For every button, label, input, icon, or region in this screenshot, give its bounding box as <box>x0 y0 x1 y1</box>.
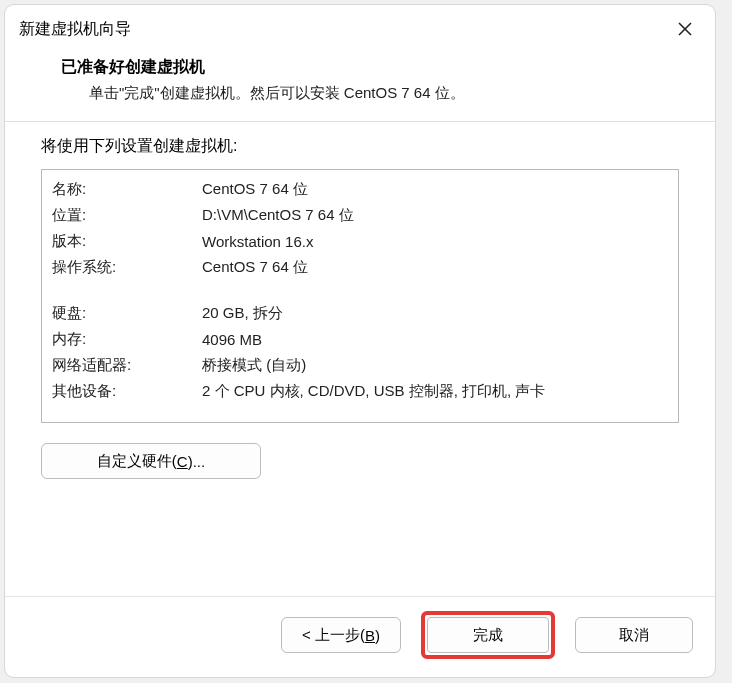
setting-key: 位置: <box>52 206 202 225</box>
settings-summary-box: 名称: CentOS 7 64 位 位置: D:\VM\CentOS 7 64 … <box>41 169 679 423</box>
setting-val: CentOS 7 64 位 <box>202 180 668 199</box>
wizard-footer: < 上一步(B) 完成 取消 <box>5 596 715 677</box>
setting-row-version: 版本: Workstation 16.x <box>52 228 668 254</box>
setting-row-location: 位置: D:\VM\CentOS 7 64 位 <box>52 202 668 228</box>
back-button[interactable]: < 上一步(B) <box>281 617 401 653</box>
wizard-body: 将使用下列设置创建虚拟机: 名称: CentOS 7 64 位 位置: D:\V… <box>5 122 715 596</box>
close-button[interactable] <box>671 15 699 43</box>
setting-row-memory: 内存: 4096 MB <box>52 326 668 352</box>
button-label-post: )... <box>188 453 206 470</box>
setting-key: 内存: <box>52 330 202 349</box>
setting-gap <box>52 280 668 300</box>
finish-button-highlight: 完成 <box>421 611 555 659</box>
setting-val: CentOS 7 64 位 <box>202 258 668 277</box>
setting-val: Workstation 16.x <box>202 233 668 250</box>
setting-row-network: 网络适配器: 桥接模式 (自动) <box>52 352 668 378</box>
setting-val: 4096 MB <box>202 331 668 348</box>
close-icon <box>677 21 693 37</box>
wizard-header: 已准备好创建虚拟机 单击"完成"创建虚拟机。然后可以安装 CentOS 7 64… <box>5 49 715 122</box>
setting-key: 其他设备: <box>52 382 202 401</box>
setting-key: 操作系统: <box>52 258 202 277</box>
customize-row: 自定义硬件(C)... <box>41 443 679 479</box>
setting-row-name: 名称: CentOS 7 64 位 <box>52 176 668 202</box>
button-accel: B <box>365 627 375 644</box>
button-label-post: ) <box>375 627 380 644</box>
button-label-pre: < 上一步( <box>302 626 365 645</box>
finish-button[interactable]: 完成 <box>427 617 549 653</box>
window-title: 新建虚拟机向导 <box>19 19 131 40</box>
new-vm-wizard-dialog: 新建虚拟机向导 已准备好创建虚拟机 单击"完成"创建虚拟机。然后可以安装 Cen… <box>4 4 716 678</box>
setting-row-other: 其他设备: 2 个 CPU 内核, CD/DVD, USB 控制器, 打印机, … <box>52 378 668 404</box>
setting-val: 20 GB, 拆分 <box>202 304 668 323</box>
setting-val: 桥接模式 (自动) <box>202 356 668 375</box>
settings-intro: 将使用下列设置创建虚拟机: <box>41 136 679 157</box>
wizard-subtitle: 单击"完成"创建虚拟机。然后可以安装 CentOS 7 64 位。 <box>61 84 697 103</box>
setting-row-os: 操作系统: CentOS 7 64 位 <box>52 254 668 280</box>
button-label-pre: 自定义硬件( <box>97 452 177 471</box>
setting-key: 网络适配器: <box>52 356 202 375</box>
wizard-heading: 已准备好创建虚拟机 <box>61 57 697 78</box>
cancel-button[interactable]: 取消 <box>575 617 693 653</box>
titlebar: 新建虚拟机向导 <box>5 5 715 49</box>
customize-hardware-button[interactable]: 自定义硬件(C)... <box>41 443 261 479</box>
setting-key: 版本: <box>52 232 202 251</box>
button-accel: C <box>177 453 188 470</box>
setting-row-disk: 硬盘: 20 GB, 拆分 <box>52 300 668 326</box>
setting-key: 硬盘: <box>52 304 202 323</box>
setting-val: D:\VM\CentOS 7 64 位 <box>202 206 668 225</box>
setting-key: 名称: <box>52 180 202 199</box>
setting-val: 2 个 CPU 内核, CD/DVD, USB 控制器, 打印机, 声卡 <box>202 382 668 401</box>
